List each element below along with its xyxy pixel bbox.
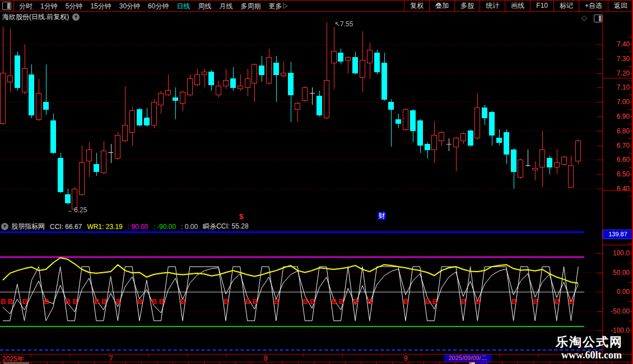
candle-body — [80, 163, 85, 195]
menu-item-30分钟[interactable]: 30分钟 — [119, 2, 140, 11]
buy-signal-marker: B — [403, 297, 408, 306]
minor-tick — [629, 181, 632, 182]
toolbar-button-+自选[interactable]: +自选 — [579, 1, 608, 11]
price-tick — [597, 73, 602, 74]
menu-item-1分钟[interactable]: 1分钟 — [40, 2, 58, 11]
minor-tick — [629, 321, 632, 321]
date-tick-minor — [16, 362, 16, 364]
candle-body — [173, 97, 178, 100]
buy-signal-marker: B — [180, 297, 185, 306]
buy-signal-marker: B — [44, 297, 49, 306]
menu-item-周线[interactable]: 周线 — [198, 2, 211, 11]
candle-body — [1, 73, 6, 124]
toolbar-button-F10[interactable]: F10 — [530, 1, 553, 11]
buy-signal-marker: B — [310, 297, 315, 306]
minor-tick — [629, 44, 632, 45]
minor-tick — [629, 282, 632, 283]
date-tick-minor — [549, 362, 550, 364]
menu-item-15分钟[interactable]: 15分钟 — [90, 2, 111, 11]
candle-body — [410, 111, 415, 131]
date-tick-minor — [188, 362, 189, 364]
date-tick-minor — [345, 362, 346, 364]
cci-line — [3, 258, 578, 283]
candle-body — [316, 96, 322, 115]
buy-signal-marker: B — [432, 297, 437, 306]
toolbar-button-标记[interactable]: 标记 — [553, 1, 579, 11]
candle-body — [180, 92, 185, 104]
watermark-url: www.60lt.com — [561, 349, 622, 361]
candle-body — [381, 63, 387, 100]
toolbar-button-画线[interactable]: 画线 — [505, 1, 530, 11]
buy-signal-marker: B — [274, 297, 279, 306]
date-tick-minor — [518, 362, 518, 364]
diamond-icon[interactable]: ◇ — [581, 13, 587, 22]
candle-body — [209, 72, 214, 85]
buy-signal-marker: B — [533, 297, 538, 306]
split-panel-icon[interactable] — [594, 15, 602, 22]
candle-body — [281, 73, 286, 76]
minor-tick — [629, 174, 632, 175]
date-tick-minor — [455, 362, 455, 364]
buy-signal-marker: B — [555, 297, 560, 306]
menu-item-更多▷[interactable]: 更多▷ — [268, 2, 288, 11]
toolbar-button-叠加[interactable]: 叠加 — [429, 1, 454, 11]
menu-item-分时[interactable]: 分时 — [19, 2, 32, 11]
menu-item-60分钟[interactable]: 60分钟 — [148, 2, 169, 11]
menu-item-月线[interactable]: 月线 — [219, 2, 232, 11]
date-tick — [303, 354, 304, 357]
candle-body — [58, 158, 63, 192]
candle-body — [460, 134, 466, 141]
date-tick-minor — [580, 362, 581, 364]
minor-tick — [629, 311, 632, 312]
price-tick — [597, 44, 602, 45]
buy-signal-marker: B — [569, 297, 574, 306]
date-tick — [70, 354, 71, 357]
buy-signal-marker: B — [224, 297, 229, 306]
chevron-down-icon[interactable]: ▼ — [72, 13, 80, 21]
top-toolbar: 分时1分钟5分钟15分钟30分钟60分钟日线周线月线多周期更多▷ 复权叠加多股统… — [0, 0, 633, 12]
buy-signal-marker: B — [159, 297, 164, 306]
minor-tick — [629, 138, 632, 139]
price-label: 6.90 — [604, 113, 630, 120]
price-label: 6.50 — [604, 170, 630, 178]
toolbar-button-统计[interactable]: 统计 — [480, 1, 505, 11]
date-tick — [342, 354, 343, 357]
axis-segment-line — [602, 190, 633, 191]
minor-tick — [629, 244, 632, 244]
indicator-value: 瞬杀CCI: 55.28 — [203, 222, 248, 231]
date-tick-minor — [423, 362, 424, 364]
minor-tick — [629, 146, 632, 146]
candle-body — [468, 131, 473, 146]
minor-tick — [629, 87, 632, 88]
candle-body — [403, 109, 408, 129]
buy-signal-marker: B — [461, 297, 466, 306]
buy-signal-marker: B — [511, 297, 516, 306]
candle-body — [245, 79, 250, 87]
candle-body — [569, 166, 574, 188]
minor-tick — [629, 116, 632, 117]
panel-toggle-icon[interactable] — [2, 2, 11, 10]
candle-body — [44, 102, 49, 109]
high-price-annotation: ↖7.55 — [334, 20, 353, 28]
menu-item-日线[interactable]: 日线 — [176, 2, 190, 11]
buy-signal-marker: B — [332, 297, 337, 306]
minor-tick — [629, 189, 632, 189]
menu-item-5分钟[interactable]: 5分钟 — [66, 2, 83, 11]
candle-body — [302, 87, 308, 100]
candle-body — [273, 63, 278, 75]
date-tick-minor — [298, 362, 299, 364]
menu-item-多周期[interactable]: 多周期 — [240, 2, 260, 11]
buy-signal-marker: B — [66, 297, 71, 306]
toolbar-button-多股[interactable]: 多股 — [454, 1, 480, 11]
chevron-down-icon[interactable]: ▼ — [1, 223, 8, 230]
candle-body — [511, 150, 516, 171]
candle-body — [50, 121, 55, 153]
toolbar-button-返回[interactable]: 返回 — [608, 1, 633, 11]
candle-body — [194, 74, 199, 85]
minor-tick — [629, 102, 632, 102]
date-tick-minor — [173, 362, 173, 364]
minor-tick — [629, 292, 632, 292]
minor-tick — [629, 273, 632, 273]
date-tick-minor — [329, 362, 330, 364]
toolbar-button-复权[interactable]: 复权 — [404, 1, 429, 11]
